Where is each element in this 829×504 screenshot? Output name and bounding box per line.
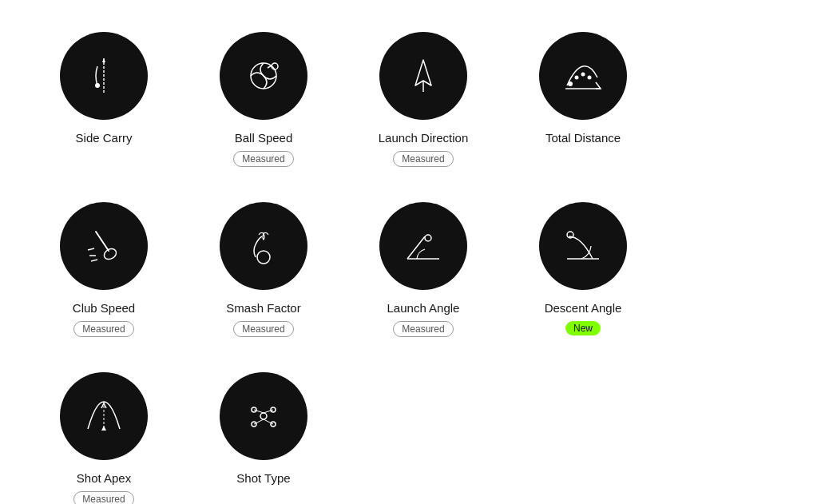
- svg-point-1: [95, 83, 100, 88]
- item-descent-angle-name: Descent Angle: [545, 301, 622, 315]
- item-shot-apex-badges: Measured: [73, 491, 133, 504]
- badge-measured: Measured: [233, 321, 293, 337]
- item-launch-direction-badges: Measured: [393, 151, 453, 167]
- svg-point-19: [260, 413, 267, 419]
- icon-launch-angle: [379, 202, 467, 290]
- svg-point-8: [581, 73, 585, 77]
- icon-side-carry: [60, 32, 148, 120]
- svg-point-15: [425, 235, 431, 241]
- item-side-carry-name: Side Carry: [76, 131, 133, 145]
- item-launch-direction-name: Launch Direction: [379, 131, 469, 145]
- icon-ball-speed: [220, 32, 307, 120]
- icon-shot-type: [220, 372, 307, 460]
- item-shot-type-name: Shot Type: [236, 471, 290, 485]
- item-launch-direction[interactable]: Launch Direction Measured: [343, 16, 503, 186]
- item-ball-speed-name: Ball Speed: [235, 131, 293, 145]
- item-total-distance[interactable]: Total Distance: [503, 16, 663, 186]
- icon-descent-angle: [539, 202, 627, 290]
- item-ball-speed-badges: Measured: [233, 151, 293, 167]
- item-launch-angle[interactable]: Launch Angle Measured: [343, 186, 503, 356]
- item-descent-angle[interactable]: Descent Angle New: [503, 186, 663, 356]
- item-smash-factor-name: Smash Factor: [226, 301, 300, 315]
- item-club-speed-name: Club Speed: [73, 301, 135, 315]
- item-smash-factor[interactable]: Smash Factor Measured: [184, 186, 343, 356]
- badge-measured: Measured: [233, 151, 293, 167]
- icon-launch-direction: [379, 32, 467, 120]
- item-side-carry[interactable]: Side Carry: [24, 16, 184, 186]
- svg-point-12: [257, 251, 270, 264]
- badge-measured: Measured: [73, 321, 133, 337]
- svg-point-6: [568, 81, 573, 86]
- item-descent-angle-badges: New: [565, 321, 601, 335]
- badge-new: New: [565, 321, 601, 335]
- item-launch-angle-name: Launch Angle: [387, 301, 460, 315]
- item-club-speed[interactable]: Club Speed Measured: [24, 186, 184, 356]
- badge-measured: Measured: [393, 151, 453, 167]
- item-club-speed-badges: Measured: [73, 321, 133, 337]
- item-smash-factor-badges: Measured: [233, 321, 293, 337]
- icon-shot-apex: [60, 372, 148, 460]
- icon-smash-factor: [220, 202, 307, 290]
- svg-point-7: [575, 76, 579, 80]
- icon-total-distance: [539, 32, 627, 120]
- svg-point-9: [588, 76, 592, 80]
- icon-club-speed: [60, 202, 148, 290]
- item-total-distance-name: Total Distance: [545, 131, 621, 145]
- svg-point-11: [102, 247, 118, 261]
- item-ball-speed[interactable]: Ball Speed Measured: [184, 16, 343, 186]
- badge-measured: Measured: [393, 321, 453, 337]
- svg-line-14: [407, 236, 425, 259]
- item-shot-apex-name: Shot Apex: [77, 471, 131, 485]
- item-shot-apex[interactable]: Shot Apex Measured: [24, 356, 184, 504]
- item-shot-type[interactable]: Shot Type: [184, 356, 343, 504]
- badge-measured: Measured: [73, 491, 133, 504]
- item-launch-angle-badges: Measured: [393, 321, 453, 337]
